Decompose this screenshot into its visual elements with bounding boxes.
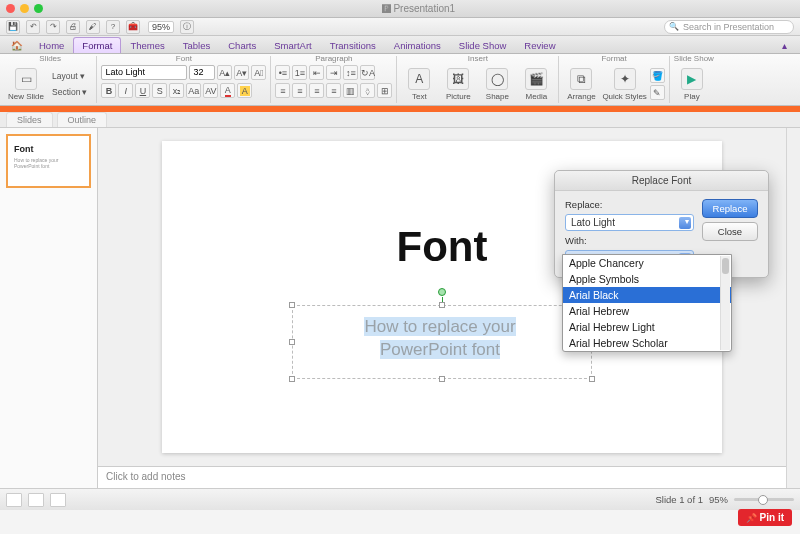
decrease-font-icon[interactable]: A▾: [234, 65, 249, 80]
smartart-convert-icon[interactable]: ⊞: [377, 83, 392, 98]
collapse-ribbon-icon[interactable]: ▴: [773, 37, 796, 53]
media-button[interactable]: 🎬Media: [518, 68, 554, 101]
clear-format-icon[interactable]: A⃠: [251, 65, 266, 80]
underline-button[interactable]: U: [135, 83, 150, 98]
help-button-icon[interactable]: ⓘ: [180, 20, 194, 34]
pin-it-button[interactable]: Pin it: [738, 509, 792, 526]
align-center-icon[interactable]: ≡: [292, 83, 307, 98]
zoom-window-button[interactable]: [34, 4, 43, 13]
tab-transitions[interactable]: Transitions: [321, 37, 385, 53]
tab-themes[interactable]: Themes: [121, 37, 173, 53]
play-button[interactable]: ▶Play: [674, 68, 710, 101]
rotate-handle[interactable]: [438, 288, 446, 296]
dropdown-scrollbar[interactable]: [720, 256, 730, 350]
align-text-icon[interactable]: ⎀: [360, 83, 375, 98]
replace-select[interactable]: Lato Light: [565, 214, 694, 231]
resize-handle[interactable]: [439, 302, 445, 308]
subscript-button[interactable]: x₂: [169, 83, 184, 98]
dropdown-option[interactable]: Apple Symbols: [563, 271, 731, 287]
resize-handle[interactable]: [289, 339, 295, 345]
bullets-icon[interactable]: •≡: [275, 65, 290, 80]
highlight-icon[interactable]: A: [237, 83, 252, 98]
minimize-window-button[interactable]: [20, 4, 29, 13]
replace-button[interactable]: Replace: [702, 199, 758, 218]
paintbrush-icon[interactable]: 🖌: [86, 20, 100, 34]
linespacing-icon[interactable]: ↕≡: [343, 65, 358, 80]
superscript-button[interactable]: Aa: [186, 83, 201, 98]
justify-icon[interactable]: ≡: [326, 83, 341, 98]
resize-handle[interactable]: [289, 302, 295, 308]
undo-icon[interactable]: ↶: [26, 20, 40, 34]
shape-button[interactable]: ◯Shape: [479, 68, 515, 101]
new-slide-button[interactable]: ▭New Slide: [8, 68, 44, 101]
align-left-icon[interactable]: ≡: [275, 83, 290, 98]
subtitle-text[interactable]: How to replace your PowerPoint font: [313, 316, 567, 362]
resize-handle[interactable]: [589, 376, 595, 382]
dropdown-option[interactable]: Arial Hebrew Light: [563, 319, 731, 335]
bold-button[interactable]: B: [101, 83, 116, 98]
columns-icon[interactable]: ▥: [343, 83, 358, 98]
sorter-view-icon[interactable]: [28, 493, 44, 507]
tab-outline-pane[interactable]: Outline: [57, 112, 108, 127]
slide-thumbnail[interactable]: 1 Font How to replace your PowerPoint fo…: [6, 134, 91, 188]
fill-icon[interactable]: 🪣: [650, 68, 665, 83]
numbering-icon[interactable]: 1≡: [292, 65, 307, 80]
tab-home-icon[interactable]: 🏠: [4, 37, 30, 53]
resize-handle[interactable]: [439, 376, 445, 382]
pane-tabs: Slides Outline: [0, 112, 800, 128]
italic-button[interactable]: I: [118, 83, 133, 98]
layout-button[interactable]: Layout ▾: [47, 69, 92, 83]
zoom-slider[interactable]: [734, 498, 794, 501]
dropdown-option[interactable]: Arial Hebrew Scholar: [563, 335, 731, 351]
font-color-icon[interactable]: A: [220, 83, 235, 98]
save-icon[interactable]: 💾: [6, 20, 20, 34]
align-right-icon[interactable]: ≡: [309, 83, 324, 98]
dropdown-option[interactable]: Arial Hebrew: [563, 303, 731, 319]
search-input[interactable]: Search in Presentation: [664, 20, 794, 34]
subtitle-textbox[interactable]: How to replace your PowerPoint font: [292, 305, 592, 379]
textbox-button[interactable]: AText: [401, 68, 437, 101]
tab-charts[interactable]: Charts: [219, 37, 265, 53]
print-icon[interactable]: 🖨: [66, 20, 80, 34]
picture-button[interactable]: 🖼Picture: [440, 68, 476, 101]
picture-icon: 🖼: [447, 68, 469, 90]
toolbox-icon[interactable]: 🧰: [126, 20, 140, 34]
help-icon[interactable]: ?: [106, 20, 120, 34]
section-button[interactable]: Section ▾: [47, 85, 92, 99]
tab-slideshow[interactable]: Slide Show: [450, 37, 516, 53]
font-size-select[interactable]: 32: [189, 65, 215, 80]
arrange-button[interactable]: ⧉Arrange: [563, 68, 599, 101]
group-label-format: Format: [563, 54, 664, 63]
outline-icon[interactable]: ✎: [650, 85, 665, 100]
group-label-slides: Slides: [8, 54, 92, 63]
redo-icon[interactable]: ↷: [46, 20, 60, 34]
thumbnail-panel: 1 Font How to replace your PowerPoint fo…: [0, 128, 98, 488]
tab-review[interactable]: Review: [515, 37, 564, 53]
slideshow-view-icon[interactable]: [50, 493, 66, 507]
close-button[interactable]: Close: [702, 222, 758, 241]
tab-tables[interactable]: Tables: [174, 37, 219, 53]
normal-view-icon[interactable]: [6, 493, 22, 507]
tab-format[interactable]: Format: [73, 37, 121, 53]
tab-animations[interactable]: Animations: [385, 37, 450, 53]
indent-icon[interactable]: ⇥: [326, 65, 341, 80]
quickstyles-button[interactable]: ✦Quick Styles: [602, 68, 646, 101]
textdir-icon[interactable]: ↻A: [360, 65, 375, 80]
replace-label: Replace:: [565, 199, 694, 210]
tab-home[interactable]: Home: [30, 37, 73, 53]
font-name-select[interactable]: Lato Light: [101, 65, 187, 80]
charspacing-button[interactable]: AV: [203, 83, 218, 98]
notes-pane[interactable]: Click to add notes: [98, 466, 786, 488]
dropdown-option[interactable]: Apple Chancery: [563, 255, 731, 271]
outdent-icon[interactable]: ⇤: [309, 65, 324, 80]
strike-button[interactable]: S: [152, 83, 167, 98]
vertical-scrollbar[interactable]: [786, 128, 800, 488]
resize-handle[interactable]: [289, 376, 295, 382]
close-window-button[interactable]: [6, 4, 15, 13]
zoom-level[interactable]: 95%: [148, 21, 174, 33]
tab-smartart[interactable]: SmartArt: [265, 37, 320, 53]
dropdown-option-selected[interactable]: Arial Black: [563, 287, 731, 303]
increase-font-icon[interactable]: A▴: [217, 65, 232, 80]
tab-slides-pane[interactable]: Slides: [6, 112, 53, 127]
window-titlebar: Presentation1: [0, 0, 800, 18]
